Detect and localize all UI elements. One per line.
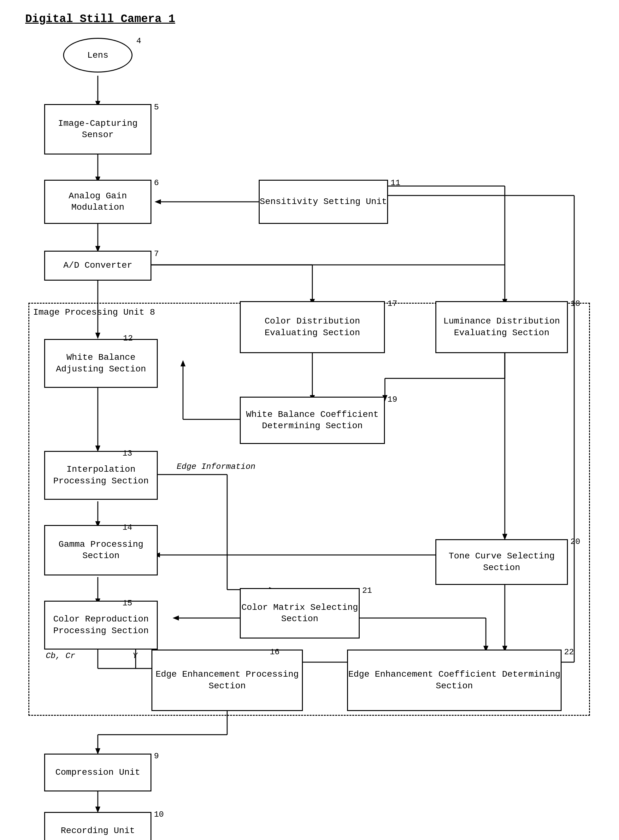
ad-converter-box: A/D Converter	[44, 251, 151, 280]
color-repro-label: Color Reproduction Processing Section	[45, 613, 157, 637]
color-dist-box: Color Distribution Evaluating Section	[240, 301, 385, 353]
diagram-title: Digital Still Camera 1	[25, 13, 175, 25]
lens-box: Lens	[63, 38, 133, 73]
color-repro-ref: 15	[123, 598, 132, 608]
luminance-dist-label: Luminance Distribution Evaluating Sectio…	[436, 316, 567, 339]
color-dist-ref: 17	[387, 299, 397, 308]
analog-gain-ref: 6	[154, 178, 159, 188]
white-balance-adj-label: White Balance Adjusting Section	[45, 352, 157, 375]
color-matrix-box: Color Matrix Selecting Section	[240, 588, 360, 639]
color-repro-box: Color Reproduction Processing Section	[44, 601, 158, 649]
color-matrix-ref: 21	[362, 586, 372, 595]
ad-converter-ref: 7	[154, 249, 159, 258]
sensitivity-ref: 11	[390, 178, 400, 188]
edge-enhance-proc-ref: 16	[270, 648, 280, 657]
tone-curve-ref: 20	[570, 537, 580, 546]
recording-label: Recording Unit	[61, 825, 135, 837]
lens-ref: 4	[136, 36, 141, 46]
luminance-dist-ref: 18	[570, 299, 580, 308]
image-capturing-label: Image-Capturing Sensor	[45, 118, 151, 141]
diagram-container: Digital Still Camera 1	[0, 0, 619, 840]
wb-coeff-ref: 19	[387, 395, 397, 404]
svg-marker-5	[155, 199, 161, 204]
y-label: Y	[133, 651, 138, 661]
compression-box: Compression Unit	[44, 753, 151, 791]
image-capturing-box: Image-Capturing Sensor	[44, 104, 151, 155]
tone-curve-label: Tone Curve Selecting Section	[436, 551, 567, 574]
compression-ref: 9	[154, 751, 159, 761]
compression-label: Compression Unit	[55, 767, 141, 778]
edge-enhance-coeff-label: Edge Enhancement Coefficient Determining…	[348, 669, 561, 692]
white-balance-adj-box: White Balance Adjusting Section	[44, 339, 158, 388]
tone-curve-box: Tone Curve Selecting Section	[435, 539, 568, 585]
analog-gain-box: Analog Gain Modulation	[44, 180, 151, 224]
edge-info-label: Edge Information	[177, 462, 256, 471]
sensitivity-box: Sensitivity Setting Unit	[259, 180, 388, 224]
white-balance-adj-ref: 12	[123, 334, 133, 343]
image-capturing-ref: 5	[154, 103, 159, 112]
recording-ref: 10	[154, 810, 164, 819]
gamma-proc-box: Gamma Processing Section	[44, 525, 158, 576]
edge-enhance-proc-label: Edge Enhancement Processing Section	[153, 669, 302, 692]
luminance-dist-box: Luminance Distribution Evaluating Sectio…	[435, 301, 568, 353]
recording-box: Recording Unit	[44, 812, 151, 840]
color-dist-label: Color Distribution Evaluating Section	[241, 316, 384, 339]
interpolation-label: Interpolation Processing Section	[45, 464, 157, 487]
cb-cr-label: Cb, Cr	[46, 651, 75, 661]
interpolation-box: Interpolation Processing Section	[44, 451, 158, 500]
analog-gain-label: Analog Gain Modulation	[45, 191, 151, 213]
edge-enhance-coeff-ref: 22	[564, 648, 574, 657]
ad-converter-label: A/D Converter	[63, 260, 132, 271]
edge-enhance-coeff-box: Edge Enhancement Coefficient Determining…	[347, 649, 562, 711]
image-processing-unit-label: Image Processing Unit 8	[33, 307, 155, 317]
gamma-proc-ref: 14	[123, 523, 132, 532]
wb-coeff-box: White Balance Coefficient Determining Se…	[240, 397, 385, 444]
sensitivity-label: Sensitivity Setting Unit	[260, 196, 387, 207]
interpolation-ref: 13	[123, 449, 132, 458]
wb-coeff-label: White Balance Coefficient Determining Se…	[241, 409, 384, 432]
gamma-proc-label: Gamma Processing Section	[45, 539, 157, 562]
lens-label: Lens	[87, 51, 108, 60]
color-matrix-label: Color Matrix Selecting Section	[241, 602, 359, 625]
edge-enhance-proc-box: Edge Enhancement Processing Section	[151, 649, 303, 711]
